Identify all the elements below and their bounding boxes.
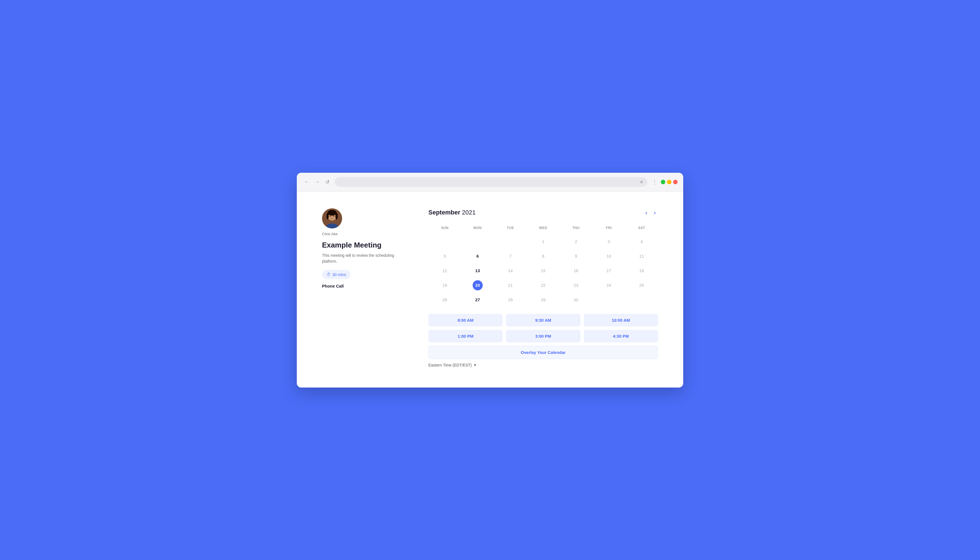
calendar-day-cell: 10 <box>592 249 625 263</box>
svg-point-9 <box>329 217 331 218</box>
calendar-day[interactable]: 27 <box>473 295 483 305</box>
calendar-day: 3 <box>604 237 614 247</box>
calendar-weekday-row: SUN MON TUE WED THU FRI SAT <box>428 224 658 234</box>
calendar-day: 22 <box>538 280 548 290</box>
prev-month-button[interactable]: ‹ <box>643 208 650 217</box>
calendar-day: 28 <box>505 295 515 305</box>
calendar-week-row: 2627282930 <box>428 293 658 307</box>
time-slot-button[interactable]: 9:30 AM <box>506 314 580 327</box>
back-button[interactable]: ← <box>302 178 311 186</box>
calendar-day-cell: 18 <box>625 263 658 278</box>
svg-point-10 <box>333 217 335 218</box>
calendar-day: 24 <box>604 280 614 290</box>
calendar-day: 16 <box>571 266 581 276</box>
browser-addressbar[interactable]: ★ <box>335 177 647 187</box>
meeting-description: This meeting will to review the scheduli… <box>322 253 406 264</box>
left-panel: Chris Ake Example Meeting This meeting w… <box>322 208 406 289</box>
calendar-day-cell: 9 <box>560 249 592 263</box>
calendar-day-cell <box>494 234 527 249</box>
reload-button[interactable]: ↺ <box>324 178 331 186</box>
calendar-day-cell[interactable]: 6 <box>461 249 494 263</box>
time-slots-container: 8:00 AM9:30 AM10:00 AM1:00 PM3:00 PM4:30… <box>428 314 658 342</box>
calendar-day-cell: 19 <box>428 278 461 293</box>
chevron-down-icon: ▼ <box>473 363 477 367</box>
calendar-day: 5 <box>440 251 450 261</box>
svg-point-8 <box>333 216 334 217</box>
calendar-day: 4 <box>637 237 647 247</box>
calendar-day: 1 <box>538 237 548 247</box>
calendar-day-cell: 24 <box>592 278 625 293</box>
clock-icon: ⏱ <box>327 272 331 277</box>
calendar-day: 8 <box>538 251 548 261</box>
meeting-title: Example Meeting <box>322 240 406 250</box>
calendar-day[interactable]: 20 <box>473 280 483 290</box>
calendar-day-cell: 17 <box>592 263 625 278</box>
calendar-day: 19 <box>440 280 450 290</box>
overlay-calendar-button[interactable]: Overlay Your Calendar <box>428 346 658 359</box>
calendar-day-cell: 11 <box>625 249 658 263</box>
timezone-selector[interactable]: Eastern Time (EDT/EST) ▼ <box>428 363 658 367</box>
next-month-button[interactable]: › <box>652 208 658 217</box>
calendar-month-year: September 2021 <box>428 209 476 216</box>
calendar-day-cell: 7 <box>494 249 527 263</box>
calendar-week-row: 1234 <box>428 234 658 249</box>
browser-content: Chris Ake Example Meeting This meeting w… <box>297 192 683 388</box>
time-slot-button[interactable]: 4:30 PM <box>584 330 658 342</box>
calendar-grid: SUN MON TUE WED THU FRI SAT 123456789101… <box>428 224 658 307</box>
calendar-day[interactable]: 13 <box>473 266 483 276</box>
calendar-day: 21 <box>505 280 515 290</box>
menu-button[interactable]: ⋮ <box>651 178 658 187</box>
calendar-nav-arrows: ‹ › <box>643 208 658 217</box>
browser-window: ← → ↺ ★ ⋮ <box>297 173 683 388</box>
calendar-day-cell[interactable]: 27 <box>461 293 494 307</box>
svg-point-5 <box>335 213 338 220</box>
weekday-sat: SAT <box>625 224 658 234</box>
calendar-day: 25 <box>637 280 647 290</box>
user-name: Chris Ake <box>322 232 406 236</box>
avatar <box>322 208 342 228</box>
calendar-day-cell <box>592 293 625 307</box>
calendar-day-cell: 2 <box>560 234 592 249</box>
address-input[interactable] <box>338 180 640 184</box>
calendar-day: 10 <box>604 251 614 261</box>
calendar-day-cell: 23 <box>560 278 592 293</box>
calendar-day-cell: 5 <box>428 249 461 263</box>
weekday-sun: SUN <box>428 224 461 234</box>
time-slot-button[interactable]: 8:00 AM <box>428 314 503 327</box>
browser-actions: ⋮ <box>651 178 678 187</box>
calendar-day: 17 <box>604 266 614 276</box>
calendar-day-cell: 14 <box>494 263 527 278</box>
calendar-day[interactable]: 6 <box>473 251 483 261</box>
calendar-day: 23 <box>571 280 581 290</box>
calendar-day-cell: 30 <box>560 293 592 307</box>
green-light <box>661 180 665 184</box>
svg-point-7 <box>330 216 331 217</box>
calendar-day: 2 <box>571 237 581 247</box>
calendar-day-cell: 29 <box>527 293 560 307</box>
weekday-tue: TUE <box>494 224 527 234</box>
calendar-year-value: 2021 <box>462 209 476 216</box>
calendar-day: 7 <box>505 251 515 261</box>
calendar-day-cell: 3 <box>592 234 625 249</box>
calendar-day-cell: 15 <box>527 263 560 278</box>
weekday-wed: WED <box>527 224 560 234</box>
forward-button[interactable]: → <box>313 178 322 186</box>
calendar-day: 30 <box>571 295 581 305</box>
scheduler-container: Chris Ake Example Meeting This meeting w… <box>322 208 658 367</box>
calendar-day: 9 <box>571 251 581 261</box>
calendar-day: 12 <box>440 266 450 276</box>
calendar-header: September 2021 ‹ › <box>428 208 658 217</box>
calendar-day-cell: 8 <box>527 249 560 263</box>
calendar-day-cell: 12 <box>428 263 461 278</box>
calendar-day-cell: 26 <box>428 293 461 307</box>
calendar-day: 11 <box>637 251 647 261</box>
calendar-day-cell[interactable]: 20 <box>461 278 494 293</box>
calendar-day: 26 <box>440 295 450 305</box>
time-slot-button[interactable]: 1:00 PM <box>428 330 503 342</box>
calendar-day-cell[interactable]: 13 <box>461 263 494 278</box>
bookmark-icon: ★ <box>640 179 643 185</box>
time-slot-button[interactable]: 3:00 PM <box>506 330 580 342</box>
calendar-day: 15 <box>538 266 548 276</box>
calendar-day: 18 <box>637 266 647 276</box>
time-slot-button[interactable]: 10:00 AM <box>584 314 658 327</box>
